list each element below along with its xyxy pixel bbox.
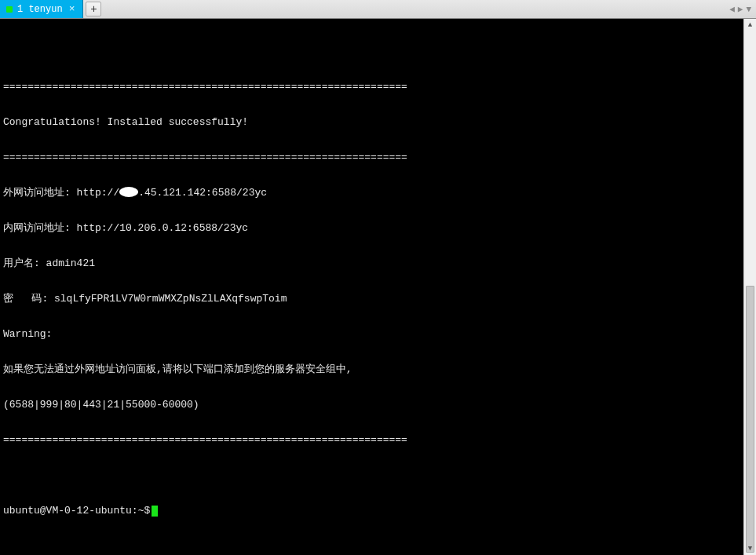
terminal-username: 用户名: admin421	[3, 257, 740, 269]
terminal-internal-url: 内网访问地址: http://10.206.0.12:6588/23yc	[3, 222, 740, 234]
terminal-divider: ========================================…	[3, 152, 740, 163]
tab-bar: 1 tenyun × + ◀ ▶ ▼	[0, 0, 756, 19]
vertical-scrollbar[interactable]: ▲ ▼	[743, 19, 756, 555]
scroll-down-icon[interactable]: ▼	[744, 542, 756, 555]
tab-label: 1 tenyun	[17, 4, 63, 15]
terminal-ports: (6588|999|80|443|21|55000-60000)	[3, 399, 740, 411]
terminal-divider: ========================================…	[3, 81, 740, 93]
terminal-prompt-line: ubuntu@VM-0-12-ubuntu:~$	[3, 505, 740, 517]
terminal-warning-title: Warning:	[3, 328, 740, 340]
terminal-output[interactable]: ========================================…	[0, 19, 743, 555]
terminal-blank-line	[3, 469, 740, 481]
cursor-icon	[152, 506, 158, 517]
main-area: ========================================…	[0, 19, 756, 555]
tab-navigation: ◀ ▶ ▼	[729, 0, 756, 18]
tab-tenyun[interactable]: 1 tenyun ×	[0, 0, 83, 18]
terminal-divider: ========================================…	[3, 434, 740, 446]
terminal-congrats: Congratulations! Installed successfully!	[3, 116, 740, 128]
terminal-blank-line	[3, 46, 740, 57]
tab-next-icon[interactable]: ▶	[738, 4, 743, 14]
terminal-prompt: ubuntu@VM-0-12-ubuntu:~$	[3, 505, 150, 517]
scroll-thumb[interactable]	[746, 286, 754, 553]
terminal-external-url: 外网访问地址: http://.45.121.142:6588/23yc	[3, 187, 740, 199]
tab-prev-icon[interactable]: ◀	[729, 4, 735, 14]
scroll-up-icon[interactable]: ▲	[744, 19, 756, 31]
tab-menu-icon[interactable]: ▼	[746, 5, 751, 14]
close-icon[interactable]: ×	[68, 3, 77, 15]
new-tab-button[interactable]: +	[86, 2, 101, 16]
terminal-password: 密 码: slqLfyFPR1LV7W0rmWMXZpNsZlLAXqfswpT…	[3, 293, 740, 305]
connection-status-indicator	[6, 6, 13, 13]
redacted-ip-icon	[119, 187, 138, 197]
terminal-warning-text: 如果您无法通过外网地址访问面板,请将以下端口添加到您的服务器安全组中,	[3, 363, 740, 375]
